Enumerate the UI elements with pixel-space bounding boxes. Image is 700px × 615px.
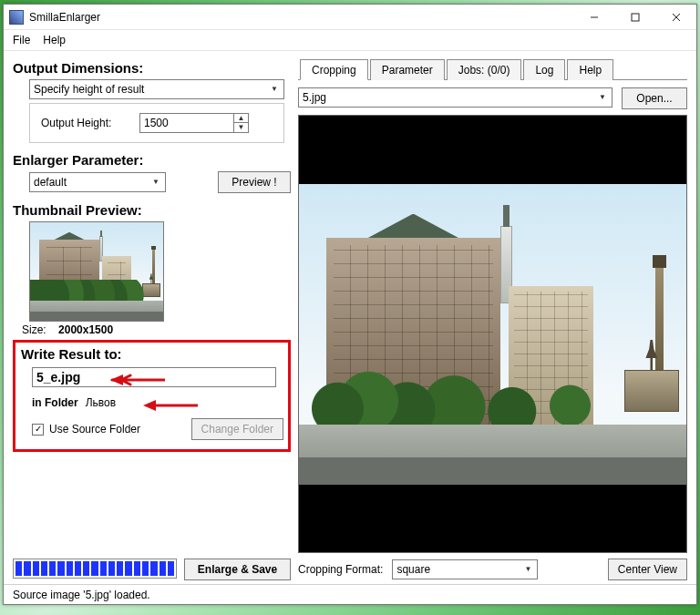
cropping-format-select[interactable]: square ▼ [392,559,538,579]
output-height-label: Output Height: [41,117,132,129]
parameter-preset-value: default [34,176,67,189]
output-height-value: 1500 [144,117,233,129]
chevron-down-icon: ▼ [267,86,282,93]
minimize-button[interactable] [573,5,614,30]
chevron-down-icon: ▼ [520,566,535,573]
titlebar: SmillaEnlarger [4,5,696,30]
dimension-method-select[interactable]: Specify height of result ▼ [29,79,284,99]
app-window: SmillaEnlarger File Help Output Dimensio… [3,4,697,605]
output-height-spinner[interactable]: 1500 ▲ ▼ [139,113,249,133]
menu-help[interactable]: Help [39,32,69,48]
preview-button[interactable]: Preview ! [218,171,291,193]
menubar: File Help [4,30,696,51]
svg-rect-1 [632,14,639,21]
thumbnail-heading: Thumbnail Preview: [13,202,291,218]
enlarge-save-button[interactable]: Enlarge & Save [184,559,291,580]
tab-help[interactable]: Help [567,59,613,80]
tab-log[interactable]: Log [523,59,565,80]
tab-cropping[interactable]: Cropping [300,59,368,80]
spinner-up-icon[interactable]: ▲ [234,114,248,123]
menu-file[interactable]: File [9,32,34,48]
thumbnail-size-label: Size: [22,323,46,336]
file-select-value: 5.jpg [303,91,326,104]
tab-jobs[interactable]: Jobs: (0/0) [447,59,522,80]
image-preview[interactable] [298,115,687,553]
use-source-folder-checkbox[interactable]: ✓ Use Source Folder [32,423,140,436]
status-text: Source image '5.jpg' loaded. [13,589,150,601]
close-button[interactable] [655,5,696,30]
chevron-down-icon: ▼ [149,179,163,186]
use-source-folder-label: Use Source Folder [49,423,140,436]
write-result-heading: Write Result to: [21,346,283,362]
maximize-button[interactable] [614,5,655,30]
output-dimensions-heading: Output Dimensions: [13,60,291,76]
cropping-format-value: square [396,563,430,576]
thumbnail-size-value: 2000x1500 [58,323,113,336]
file-select[interactable]: 5.jpg ▼ [298,87,612,108]
in-folder-label: in Folder [32,396,78,409]
dimension-method-value: Specify height of result [34,83,144,96]
tab-parameter[interactable]: Parameter [370,59,445,80]
tab-bar: Cropping Parameter Jobs: (0/0) Log Help [298,58,687,80]
checkbox-checked-icon: ✓ [32,424,44,436]
open-button[interactable]: Open... [622,87,687,109]
folder-name: Львов [86,396,116,409]
thumbnail-preview [29,221,164,322]
app-icon [9,10,24,25]
annotation-arrow-icon [143,399,198,412]
progress-bar [13,559,177,579]
result-filename-value: 5_e.jpg [36,370,80,384]
spinner-down-icon[interactable]: ▼ [234,123,248,132]
annotation-arrow-icon [110,374,165,386]
window-title: SmillaEnlarger [29,11,573,24]
chevron-down-icon: ▼ [595,94,610,101]
enlarger-parameter-heading: Enlarger Parameter: [13,152,291,168]
change-folder-button[interactable]: Change Folder [191,418,283,440]
status-bar: Source image '5.jpg' loaded. [4,584,696,604]
center-view-button[interactable]: Center View [608,559,687,580]
parameter-preset-select[interactable]: default ▼ [29,172,166,192]
cropping-format-label: Cropping Format: [298,563,383,576]
